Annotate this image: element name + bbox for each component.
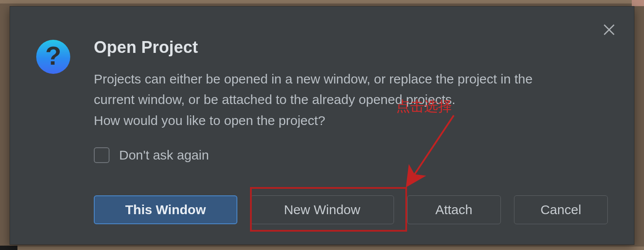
question-mark-glyph: ? (45, 43, 62, 69)
background-detail (632, 0, 644, 6)
new-window-button[interactable]: New Window (250, 195, 394, 224)
this-window-button[interactable]: This Window (94, 195, 237, 224)
open-project-dialog: ? Open Project Projects can either be op… (10, 6, 634, 245)
button-row: This Window New Window Attach Cancel (94, 195, 608, 224)
dont-ask-checkbox[interactable] (94, 147, 110, 163)
dialog-body-line2: How would you like to open the project? (94, 111, 552, 131)
dialog-title: Open Project (94, 38, 608, 57)
dont-ask-label: Don't ask again (119, 148, 209, 163)
attach-button[interactable]: Attach (407, 195, 501, 224)
background-strip (0, 247, 644, 250)
background-detail (0, 246, 17, 250)
question-icon: ? (36, 40, 70, 74)
dialog-content: Open Project Projects can either be open… (94, 38, 608, 131)
close-button[interactable] (599, 20, 619, 40)
dont-ask-row: Don't ask again (94, 147, 209, 163)
dialog-body: Projects can either be opened in a new w… (94, 69, 552, 131)
cancel-button[interactable]: Cancel (514, 195, 608, 224)
background-strip (0, 0, 644, 3)
close-icon (602, 22, 617, 37)
dialog-body-line1: Projects can either be opened in a new w… (94, 72, 533, 107)
